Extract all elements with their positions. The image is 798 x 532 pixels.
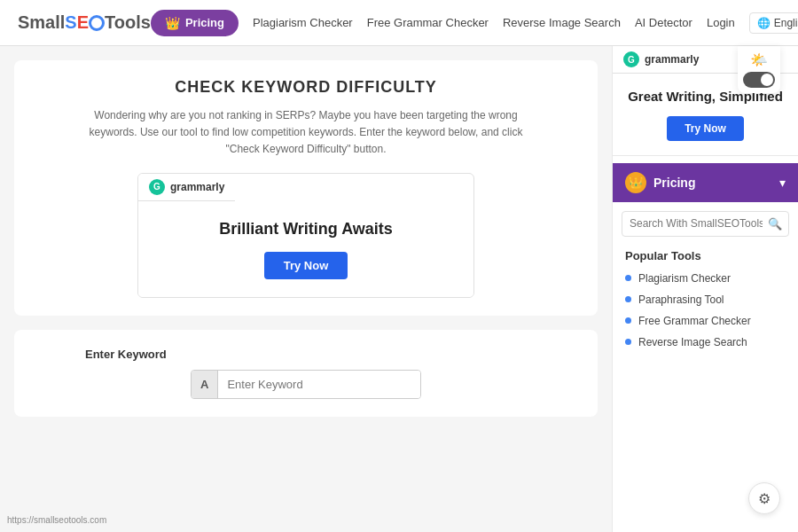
page-description: Wondering why are you not ranking in SER… [84, 107, 528, 159]
grammarly-try-now-button[interactable]: Try Now [264, 252, 348, 279]
header: SmallSETools 👑 Pricing Plagiarism Checke… [0, 0, 798, 46]
dot-icon [625, 339, 631, 345]
grammarly-tab: G grammarly [138, 174, 235, 201]
tool-label: Paraphrasing Tool [638, 293, 724, 306]
logo: SmallSETools [18, 12, 151, 33]
pricing-accordion[interactable]: 👑 Pricing ▾ [613, 163, 798, 202]
language-selector[interactable]: 🌐 English ▾ [749, 12, 798, 34]
logo-tools-text: Tools [105, 12, 151, 33]
dot-icon [625, 317, 631, 324]
sun-icon: 🌤️ [750, 51, 768, 68]
login-link[interactable]: Login [707, 16, 735, 29]
popular-tool-paraphrasing[interactable]: Paraphrasing Tool [613, 289, 798, 310]
popular-tool-reverse-image[interactable]: Reverse Image Search [613, 332, 798, 353]
grammarly-logo: G [149, 179, 165, 195]
nav: 👑 Pricing Plagiarism Checker Free Gramma… [151, 10, 798, 36]
ai-detector-link[interactable]: AI Detector [635, 16, 692, 29]
tool-label: Reverse Image Search [638, 336, 747, 348]
popular-tool-plagiarism[interactable]: Plagiarism Checker [613, 268, 798, 289]
popular-tools-list: Plagiarism Checker Paraphrasing Tool Fre… [613, 268, 798, 353]
pricing-crown-icon: 👑 [625, 172, 646, 193]
page-title: CHECK KEYWORD DIFFICULTY [32, 78, 580, 97]
pricing-button[interactable]: 👑 Pricing [151, 10, 239, 36]
keyword-input-card: Enter Keyword A [14, 330, 598, 417]
grammarly-ad-body: Brilliant Writing Awaits Try Now [138, 201, 473, 297]
popular-tool-grammar[interactable]: Free Grammar Checker [613, 310, 798, 332]
grammarly-ad-title: Brilliant Writing Awaits [156, 219, 456, 239]
tool-label: Free Grammar Checker [638, 315, 751, 327]
sidebar-grammarly-tab-text: grammarly [645, 53, 699, 66]
keyword-input-row: A [191, 370, 421, 399]
grammar-checker-link[interactable]: Free Grammar Checker [367, 16, 489, 29]
footer-url: https://smallseotools.com [7, 515, 106, 525]
dot-icon [625, 296, 631, 302]
content-area: CHECK KEYWORD DIFFICULTY Wondering why a… [0, 46, 612, 532]
pricing-accordion-label: Pricing [653, 176, 779, 190]
popular-tools-title: Popular Tools [613, 242, 798, 268]
keyword-difficulty-card: CHECK KEYWORD DIFFICULTY Wondering why a… [14, 60, 598, 316]
logo-e-letter: E [77, 12, 89, 33]
tool-label: Plagiarism Checker [638, 272, 731, 285]
sidebar-try-now-button[interactable]: Try Now [667, 116, 744, 141]
logo-small-text: Small [18, 12, 65, 33]
reverse-image-link[interactable]: Reverse Image Search [503, 16, 621, 29]
search-icon: 🔍 [768, 217, 782, 231]
globe-icon: 🌐 [757, 17, 771, 29]
theme-toggle-area: 🌤️ [738, 46, 780, 93]
crown-icon: 👑 [165, 16, 180, 30]
dot-icon [625, 275, 631, 281]
sidebar-search-input[interactable] [630, 217, 763, 230]
lang-label: English [774, 17, 798, 29]
help-button[interactable]: ⚙ [748, 482, 780, 514]
pricing-chevron-icon: ▾ [779, 176, 786, 190]
plagiarism-checker-link[interactable]: Plagiarism Checker [253, 16, 353, 29]
grammarly-tab-text: grammarly [170, 181, 224, 193]
keyword-input-field[interactable] [218, 371, 420, 398]
sidebar-grammarly-logo: G [623, 51, 639, 67]
sidebar: G grammarly Great Writing, Simplified Tr… [612, 46, 798, 532]
sidebar-search: 🔍 [622, 211, 789, 237]
logo-s-letter: S [65, 12, 76, 33]
pricing-button-label: Pricing [185, 16, 224, 29]
main-content: CHECK KEYWORD DIFFICULTY Wondering why a… [0, 46, 798, 532]
dark-mode-toggle[interactable] [743, 72, 775, 88]
keyword-input-prefix: A [192, 371, 218, 398]
grammarly-ad-inner: G grammarly Brilliant Writing Awaits Try… [137, 173, 474, 298]
keyword-label: Enter Keyword [85, 348, 167, 361]
logo-o-letter [89, 15, 105, 31]
